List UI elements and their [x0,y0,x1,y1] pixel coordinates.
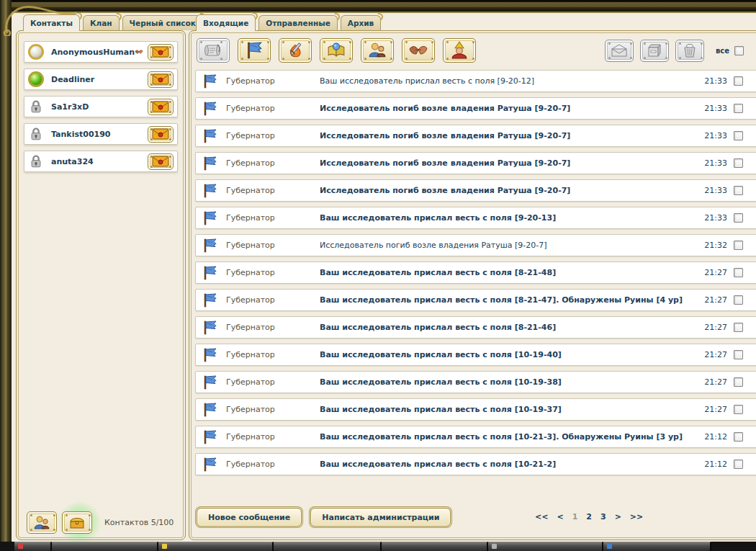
archive-button[interactable] [640,40,669,62]
message-checkbox[interactable] [734,295,743,305]
pagination-item[interactable]: 1 [572,512,578,521]
mark-read-button[interactable] [605,40,634,62]
decorative-top-frame [0,0,756,13]
filter-battles-button[interactable] [279,38,312,63]
message-checkbox[interactable] [734,241,743,250]
contact-row[interactable]: Sa1r3xD [24,96,178,117]
taskbar-button[interactable] [14,542,52,551]
filter-reports-button[interactable] [238,38,271,63]
pagination-item[interactable]: 3 [600,512,606,521]
message-row[interactable]: Губернатор Ваш исследователь прислал вес… [195,398,756,421]
chest-glow [62,511,97,534]
message-sender: Губернатор [226,104,320,113]
message-checkbox[interactable] [734,432,743,442]
taskbar-app-icon [492,544,497,549]
message-checkbox[interactable] [734,186,743,195]
people-icon [368,41,387,60]
flag-icon [202,292,219,309]
message-checkbox[interactable] [734,268,743,277]
flag-icon [202,100,219,117]
mail-tab[interactable]: Входящие [196,14,256,31]
send-message-button[interactable] [148,126,174,143]
send-message-button[interactable] [148,153,174,170]
taskbar-button[interactable] [52,542,158,551]
message-checkbox[interactable] [734,460,743,469]
taskbar-button[interactable] [488,542,603,551]
message-row[interactable]: Губернатор Ваш исследователь прислал вес… [195,261,756,284]
delete-button[interactable] [675,40,704,62]
message-sender: Губернатор [226,460,320,469]
contact-row[interactable]: Deadliner [24,68,178,90]
envelope-icon [152,46,169,58]
pagination-item[interactable]: > [615,512,621,521]
contacts-tab[interactable]: Клан [83,15,120,30]
contact-row[interactable]: AnonymousHuman [24,41,178,63]
message-sender: Губернатор [226,186,320,195]
lock-icon [28,99,44,115]
taskbar-button[interactable] [382,542,488,551]
message-row[interactable]: Губернатор Ваш исследователь прислал вес… [195,70,756,92]
message-row[interactable]: Губернатор Исследователь погиб возле вла… [195,97,756,120]
message-checkbox[interactable] [734,104,743,113]
message-sender: Губернатор [226,350,320,359]
filter-diplomacy-button[interactable] [402,38,435,63]
message-row[interactable]: Губернатор Исследователь погиб возле вла… [195,179,756,202]
mail-tab[interactable]: Отправленные [258,15,337,30]
taskbar-button[interactable] [274,542,382,551]
pagination-item[interactable]: < [557,512,563,521]
pagination-item[interactable]: << [535,512,548,521]
contact-row[interactable]: anuta324 [24,151,178,172]
message-checkbox[interactable] [734,323,743,332]
message-row[interactable]: Губернатор Ваш исследователь прислал вес… [195,207,756,229]
pagination-item[interactable]: >> [630,512,643,521]
message-row[interactable]: Губернатор Ваш исследователь прислал вес… [195,426,756,448]
tab-label: Архив [348,19,374,27]
footer-buttons: Новое сообщение Написать администрации [197,508,744,527]
message-time: 21:33 [696,76,727,86]
taskbar-button[interactable] [158,542,274,551]
message-sender: Губернатор [226,76,320,86]
select-all-checkbox[interactable] [734,46,744,55]
message-subject: Исследователь погиб возле владения Ратуш… [320,241,696,250]
message-checkbox[interactable] [734,377,743,387]
message-time: 21:33 [696,213,727,223]
message-row[interactable]: Губернатор Ваш исследователь прислал вес… [195,453,756,475]
flag-icon [202,429,219,446]
treasure-chest-button[interactable] [62,511,92,534]
message-checkbox[interactable] [734,158,743,168]
contact-row[interactable]: Tankist00190 [24,123,178,145]
add-contact-button[interactable] [27,511,57,534]
message-checkbox[interactable] [734,350,743,359]
mail-tab[interactable]: Архив [341,15,381,30]
envelope-icon [152,73,169,85]
tab-label: Входящие [203,19,248,27]
send-message-button[interactable] [148,99,174,115]
chest-icon [68,514,86,532]
taskbar-button[interactable] [603,542,711,551]
contacts-panel: Контакты Клан Черный список AnonymousHum… [16,14,186,540]
contact-name: AnonymousHuman [51,48,135,57]
new-message-button[interactable]: Новое сообщение [197,508,302,527]
message-checkbox[interactable] [734,76,743,86]
message-checkbox[interactable] [734,405,743,414]
pagination-item[interactable]: 2 [586,512,592,521]
write-admin-button[interactable]: Написать администрации [310,508,451,527]
message-row[interactable]: Губернатор Исследователь погиб возле вла… [195,234,756,256]
message-row[interactable]: Губернатор Исследователь погиб возле вла… [195,152,756,174]
message-sender: Губернатор [226,323,320,332]
filter-all-button[interactable] [197,38,230,63]
message-checkbox[interactable] [734,213,743,223]
message-row[interactable]: Губернатор Ваш исследователь прислал вес… [195,344,756,366]
message-row[interactable]: Губернатор Ваш исследователь прислал вес… [195,316,756,339]
flag-icon [202,319,219,336]
contacts-count-label: Контактов 5/100 [104,518,174,527]
message-row[interactable]: Губернатор Ваш исследователь прислал вес… [195,371,756,393]
message-row[interactable]: Губернатор Ваш исследователь прислал вес… [195,289,756,311]
filter-governor-button[interactable] [443,38,476,63]
filter-science-button[interactable] [320,38,353,63]
message-row[interactable]: Губернатор Исследователь погиб возле вла… [195,125,756,147]
send-message-button[interactable] [148,71,174,88]
send-message-button[interactable] [148,44,174,61]
message-checkbox[interactable] [734,131,743,140]
filter-population-button[interactable] [361,38,394,63]
